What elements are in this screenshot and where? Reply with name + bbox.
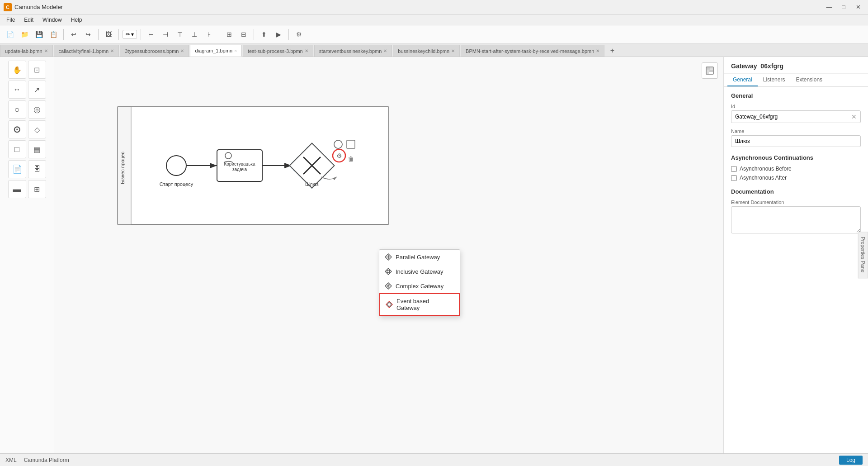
- event-based-gateway-label: Event based Gateway: [396, 298, 453, 311]
- id-input[interactable]: [735, 114, 851, 120]
- tab-3types[interactable]: 3typessubprocess.bpmn ✕: [120, 45, 189, 57]
- tab-update-lab[interactable]: update-lab.bpmn ✕: [0, 45, 53, 57]
- open-file-button[interactable]: 📁: [18, 28, 31, 41]
- edit-dropdown[interactable]: ✏ ▾: [123, 30, 137, 39]
- tab-bpmn-start[interactable]: BPMN-start-after-system-task-by-received…: [461, 45, 604, 57]
- global-connect-tool[interactable]: ↗: [28, 81, 46, 99]
- parallel-gateway-label: Parallel Gateway: [396, 254, 440, 261]
- align-center-h-button[interactable]: ⊣: [159, 28, 172, 41]
- window-controls: — □ ✕: [823, 2, 864, 12]
- tab-close-bussineskeyc[interactable]: ✕: [451, 48, 455, 53]
- lasso-tool[interactable]: ⊡: [28, 61, 46, 79]
- async-before-checkbox[interactable]: [731, 166, 737, 172]
- app-title: Camunda Modeler: [14, 4, 63, 10]
- save-as-button[interactable]: 📋: [47, 28, 60, 41]
- save-button[interactable]: 💾: [33, 28, 45, 41]
- prop-tab-general[interactable]: General: [727, 74, 758, 86]
- id-clear-button[interactable]: ✕: [851, 113, 857, 120]
- async-after-checkbox[interactable]: [731, 175, 737, 181]
- tab-close-bpmn-start[interactable]: ✕: [596, 48, 599, 53]
- distribute-v-button[interactable]: ⊦: [203, 28, 215, 41]
- separator-1: [63, 29, 64, 40]
- document-tool[interactable]: 📄: [8, 160, 26, 178]
- minimize-button[interactable]: —: [823, 2, 835, 12]
- tab-close-startevt[interactable]: ✕: [383, 48, 387, 53]
- tool-row-5: □ ▤: [4, 140, 50, 158]
- space-tool[interactable]: ↔: [8, 81, 26, 99]
- general-section-title: General: [731, 92, 861, 99]
- subprocess-expand-button[interactable]: ⊞: [223, 28, 236, 41]
- async-before-label: Asynchronous Before: [740, 166, 792, 172]
- expanded-pool-tool[interactable]: ⊞: [28, 180, 46, 198]
- log-button[interactable]: Log: [839, 456, 863, 465]
- intermediate-event-tool[interactable]: ⊙: [8, 120, 26, 138]
- database-tool[interactable]: 🗄: [28, 160, 46, 178]
- context-item-event-based[interactable]: Event based Gateway: [379, 293, 460, 316]
- svg-rect-17: [710, 67, 713, 70]
- tab-diagram1[interactable]: diagram_1.bpmn ○: [190, 45, 242, 57]
- tool-row-4: ⊙ ◇: [4, 120, 50, 138]
- properties-panel: Gateway_06xfgrg General Listeners Extens…: [723, 57, 868, 453]
- menu-edit[interactable]: Edit: [19, 16, 38, 24]
- context-item-complex[interactable]: Complex Gateway: [379, 279, 460, 293]
- maximize-button[interactable]: □: [837, 2, 850, 12]
- image-button[interactable]: 🖼: [102, 28, 115, 41]
- data-object-tool[interactable]: ▤: [28, 140, 46, 158]
- distribute-h-button[interactable]: ⊥: [188, 28, 201, 41]
- canvas-area[interactable]: Бізнес процес Старт процесу Користувацьк…: [54, 57, 723, 453]
- id-label: Id: [731, 104, 861, 109]
- tab-close-3types[interactable]: ✕: [180, 48, 184, 53]
- menu-file[interactable]: File: [2, 16, 19, 24]
- new-file-button[interactable]: 📄: [4, 28, 16, 41]
- doc-textarea[interactable]: [731, 206, 861, 233]
- tab-test-sub[interactable]: test-sub-process-3.bpmn ✕: [243, 45, 313, 57]
- tabbar: update-lab.bpmn ✕ callactivityfinal-1.bp…: [0, 43, 868, 57]
- redo-button[interactable]: ↪: [82, 28, 94, 41]
- left-panel: ✋ ⊡ ↔ ↗ ○ ◎ ⊙ ◇ □ ▤ 📄 🗄 ▬ ⊞: [0, 57, 54, 453]
- prop-tab-extensions[interactable]: Extensions: [790, 74, 828, 86]
- align-left-button[interactable]: ⊢: [145, 28, 157, 41]
- inclusive-gateway-label: Inclusive Gateway: [396, 268, 443, 275]
- tool-row-1: ✋ ⊡: [4, 61, 50, 79]
- tab-close-callactivity[interactable]: ✕: [110, 48, 114, 53]
- doc-section-title: Documentation: [731, 188, 861, 195]
- svg-marker-5: [385, 268, 392, 275]
- context-item-parallel[interactable]: Parallel Gateway: [379, 250, 460, 264]
- statusbar: XML Camunda Platform Log: [0, 453, 868, 466]
- start-event-label: Старт процесу: [160, 181, 193, 187]
- task-tool[interactable]: □: [8, 140, 26, 158]
- add-tab-button[interactable]: +: [606, 45, 618, 57]
- app-icon: C: [4, 3, 12, 11]
- hand-tool[interactable]: ✋: [8, 61, 26, 79]
- settings-button[interactable]: ⚙: [292, 28, 305, 41]
- menu-window[interactable]: Window: [38, 16, 66, 24]
- run-button[interactable]: ▶: [272, 28, 285, 41]
- context-item-inclusive[interactable]: Inclusive Gateway: [379, 264, 460, 279]
- svg-rect-18: [707, 70, 709, 74]
- subprocess-collapse-button[interactable]: ⊟: [237, 28, 250, 41]
- tab-callactivity[interactable]: callactivityfinal-1.bpmn ✕: [54, 45, 119, 57]
- menubar: File Edit Window Help: [0, 14, 868, 25]
- tab-bussineskeyc[interactable]: bussineskeychild.bpmn ✕: [393, 45, 460, 57]
- tab-close-test-sub[interactable]: ✕: [305, 48, 308, 53]
- properties-side-label[interactable]: Properties Panel: [858, 232, 868, 278]
- menu-help[interactable]: Help: [66, 16, 87, 24]
- xml-label[interactable]: XML: [5, 457, 17, 463]
- prop-tab-listeners[interactable]: Listeners: [758, 74, 791, 86]
- deploy-button[interactable]: ⬆: [258, 28, 270, 41]
- doc-field: Element Documentation: [731, 200, 861, 235]
- subprocess-tool[interactable]: ▬: [8, 180, 26, 198]
- async-after-row: Asynchronous After: [731, 175, 861, 181]
- gateway-tool[interactable]: ◇: [28, 120, 46, 138]
- doc-label: Element Documentation: [731, 200, 861, 205]
- undo-button[interactable]: ↩: [67, 28, 80, 41]
- inclusive-gateway-icon: [385, 268, 392, 275]
- close-button[interactable]: ✕: [852, 2, 864, 12]
- tab-startevt[interactable]: starteventbussineskey.bpmn ✕: [314, 45, 392, 57]
- start-event-tool[interactable]: ○: [8, 100, 26, 119]
- name-input[interactable]: [735, 138, 857, 144]
- tab-close-update-lab[interactable]: ✕: [44, 48, 48, 53]
- align-right-button[interactable]: ⊤: [174, 28, 186, 41]
- boundary-event-tool[interactable]: ◎: [28, 100, 46, 119]
- minimap-button[interactable]: [702, 62, 718, 79]
